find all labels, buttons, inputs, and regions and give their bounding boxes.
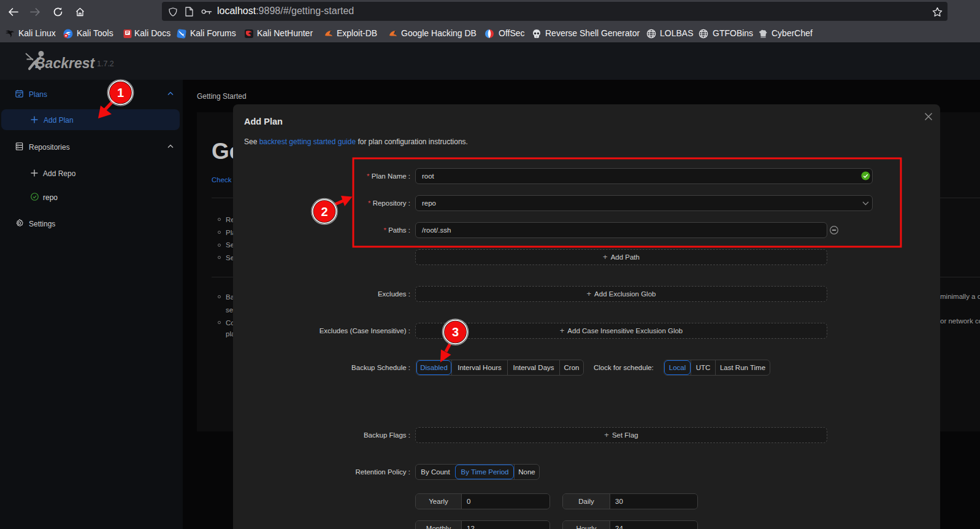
svg-text:3: 3 (452, 325, 459, 339)
svg-text:1: 1 (117, 86, 124, 99)
svg-text:2: 2 (321, 205, 327, 218)
